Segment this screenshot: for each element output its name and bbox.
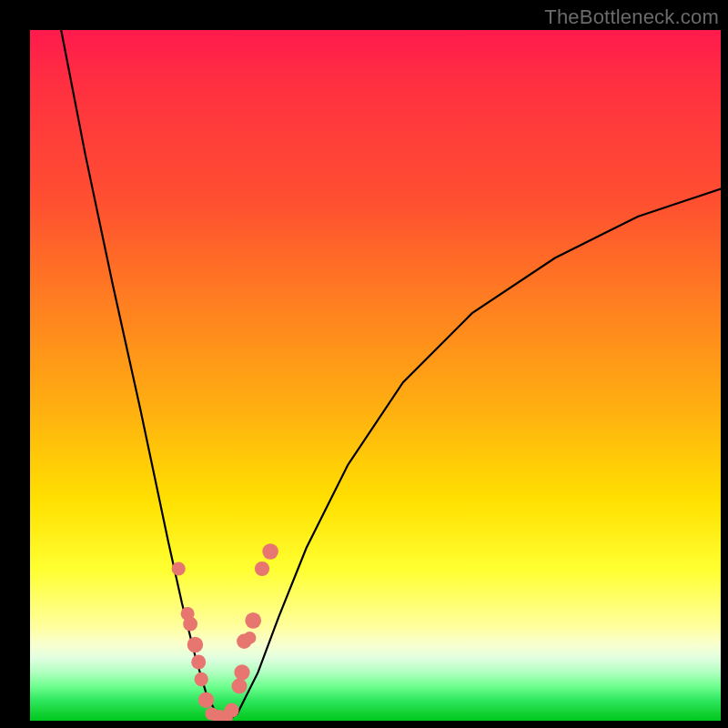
data-point (225, 703, 239, 718)
data-point (262, 543, 278, 560)
bottleneck-curve (61, 30, 721, 721)
data-point (187, 637, 203, 652)
plot-area (30, 30, 721, 721)
data-point (183, 617, 197, 632)
data-point (198, 693, 214, 708)
data-point (191, 655, 206, 670)
data-point (172, 561, 186, 575)
watermark-text: TheBottleneck.com (544, 5, 719, 29)
scatter-points (172, 543, 278, 721)
data-point (255, 561, 269, 576)
data-point (234, 664, 249, 680)
data-point (245, 612, 261, 629)
chart-frame: TheBottleneck.com (0, 0, 728, 728)
data-point (243, 632, 256, 644)
data-point (232, 679, 248, 694)
data-point (195, 672, 208, 686)
curve-layer (30, 30, 721, 721)
